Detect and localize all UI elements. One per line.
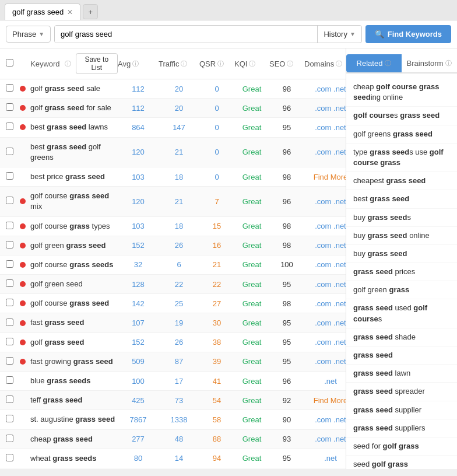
row-checkbox[interactable]: [6, 84, 13, 92]
seo-value: 95: [269, 338, 304, 346]
qsr-value: 54: [199, 396, 234, 405]
sidebar-related-item[interactable]: grass seed: [346, 346, 457, 365]
avg-value: 277: [118, 435, 159, 443]
row-checkbox[interactable]: [6, 103, 13, 111]
sidebar-related-item[interactable]: golf greens grass seed: [346, 125, 457, 144]
row-checkbox[interactable]: [6, 454, 13, 461]
header-checkbox[interactable]: [6, 59, 20, 68]
traffic-value: 18: [159, 222, 199, 230]
select-all-checkbox[interactable]: [6, 59, 13, 66]
table-row: golf green grass seed1522616Great98.com …: [0, 236, 346, 256]
row-checkbox[interactable]: [6, 435, 13, 442]
related-tab-label: Related: [357, 59, 383, 68]
seo-value: 93: [269, 435, 304, 443]
row-checkbox[interactable]: [6, 279, 13, 287]
sidebar-related-item[interactable]: seed golf grass: [346, 456, 457, 469]
sidebar-related-item[interactable]: buy grass seeds: [346, 209, 457, 227]
keyword-info-icon[interactable]: ⓘ: [65, 60, 71, 68]
kqi-info-icon[interactable]: ⓘ: [249, 60, 255, 68]
row-checkbox[interactable]: [6, 148, 13, 155]
keyword-cell: fast growing grass seed: [30, 356, 118, 367]
kqi-value: Great: [234, 396, 269, 405]
kqi-value: Great: [234, 260, 269, 269]
traffic-value: 1338: [159, 415, 199, 424]
seo-value: 98: [269, 85, 304, 93]
competition-dot: [20, 300, 26, 306]
kqi-value: Great: [234, 435, 269, 443]
history-label: History: [324, 30, 347, 38]
row-checkbox[interactable]: [6, 197, 13, 204]
phrase-dropdown[interactable]: Phrase ▼: [6, 26, 51, 43]
sidebar-related-item[interactable]: grass seed prices: [346, 263, 457, 281]
row-checkbox[interactable]: [6, 241, 13, 249]
search-input[interactable]: [55, 26, 317, 43]
competition-dot: [20, 124, 26, 130]
sidebar-related-item[interactable]: grass seed supplier: [346, 401, 457, 419]
row-checkbox[interactable]: [6, 299, 13, 306]
sidebar-related-item[interactable]: grass seed suppliers: [346, 419, 457, 438]
seo-info-icon[interactable]: ⓘ: [287, 60, 293, 68]
traffic-value: 20: [159, 85, 199, 93]
sidebar-related-item[interactable]: best grass seed: [346, 190, 457, 208]
avg-value: 103: [118, 173, 159, 181]
history-button[interactable]: History ▼: [317, 26, 361, 43]
domains-value[interactable]: Find More: [304, 396, 346, 405]
brainstorm-tab[interactable]: Brainstorm ⓘ: [402, 54, 457, 72]
table-row: golf course grass seed mix120217Great96.…: [0, 187, 346, 216]
sidebar-related-item[interactable]: cheap golf course grass seeding online: [346, 78, 457, 107]
seo-value: 95: [269, 454, 304, 463]
add-tab-button[interactable]: +: [83, 4, 98, 19]
save-to-list-button[interactable]: Save to List: [76, 53, 118, 74]
sidebar-related-item[interactable]: grass seed shade: [346, 328, 457, 346]
sidebar-related-item[interactable]: golf courses grass seed: [346, 107, 457, 125]
competition-dot: [20, 86, 26, 92]
row-checkbox[interactable]: [6, 260, 13, 268]
sidebar-related-item[interactable]: grass seed lawn: [346, 365, 457, 383]
traffic-info-icon[interactable]: ⓘ: [181, 60, 187, 68]
row-checkbox[interactable]: [6, 415, 13, 422]
avg-info-icon[interactable]: ⓘ: [132, 60, 139, 68]
table-row: golf grass seed1522638Great95.com .net: [0, 333, 346, 352]
domains-value: .com .net: [304, 280, 346, 289]
tab-golf-grass-seed[interactable]: golf grass seed ✕: [5, 4, 80, 20]
find-more-link[interactable]: Find More: [314, 173, 346, 181]
sidebar-related-item[interactable]: cheapest grass seed: [346, 172, 457, 190]
keyword-cell: cheap grass seed: [30, 434, 118, 444]
row-checkbox[interactable]: [6, 318, 13, 326]
sidebar-related-item[interactable]: buy grass seed online: [346, 227, 457, 245]
row-checkbox[interactable]: [6, 172, 13, 180]
avg-column-header: Avg ⓘ: [118, 60, 159, 68]
qsr-value: 7: [199, 197, 234, 206]
domains-value[interactable]: Find More: [304, 173, 346, 181]
table-row: best grass seed lawns8641470Great95.com …: [0, 118, 346, 137]
sidebar-related-item[interactable]: golf green grass: [346, 281, 457, 299]
traffic-value: 26: [159, 241, 199, 250]
brainstorm-info-icon[interactable]: ⓘ: [445, 59, 452, 68]
row-checkbox[interactable]: [6, 396, 13, 403]
domains-value: .com .net: [304, 415, 346, 424]
qsr-value: 22: [199, 280, 234, 289]
sidebar-related-item[interactable]: grass seed used golf courses: [346, 299, 457, 328]
keyword-cell: blue grass seeds: [30, 376, 118, 386]
find-more-link[interactable]: Find More: [314, 396, 346, 405]
row-checkbox[interactable]: [6, 376, 13, 384]
keyword-cell: golf grass seed: [30, 337, 118, 348]
traffic-value: 20: [159, 104, 199, 113]
find-keywords-button[interactable]: 🔍 Find Keywords: [365, 25, 451, 43]
row-checkbox[interactable]: [6, 338, 13, 345]
seo-value: 92: [269, 396, 304, 405]
sidebar-related-item[interactable]: seed for golf grass: [346, 438, 457, 456]
avg-value: 509: [118, 357, 159, 366]
related-tab[interactable]: Related ⓘ: [346, 54, 402, 72]
row-checkbox[interactable]: [6, 222, 13, 229]
row-checkbox[interactable]: [6, 357, 13, 365]
row-checkbox[interactable]: [6, 123, 13, 130]
sidebar-related-item[interactable]: buy grass seed: [346, 245, 457, 263]
tab-close-icon[interactable]: ✕: [67, 8, 73, 16]
sidebar-related-item[interactable]: type grass seeds use golf course grass: [346, 144, 457, 172]
domains-info-icon[interactable]: ⓘ: [336, 60, 342, 68]
related-info-icon[interactable]: ⓘ: [385, 59, 391, 68]
keyword-cell: golf course grass seed: [30, 298, 118, 309]
qsr-info-icon[interactable]: ⓘ: [217, 60, 224, 68]
sidebar-related-item[interactable]: grass seed spreader: [346, 383, 457, 401]
